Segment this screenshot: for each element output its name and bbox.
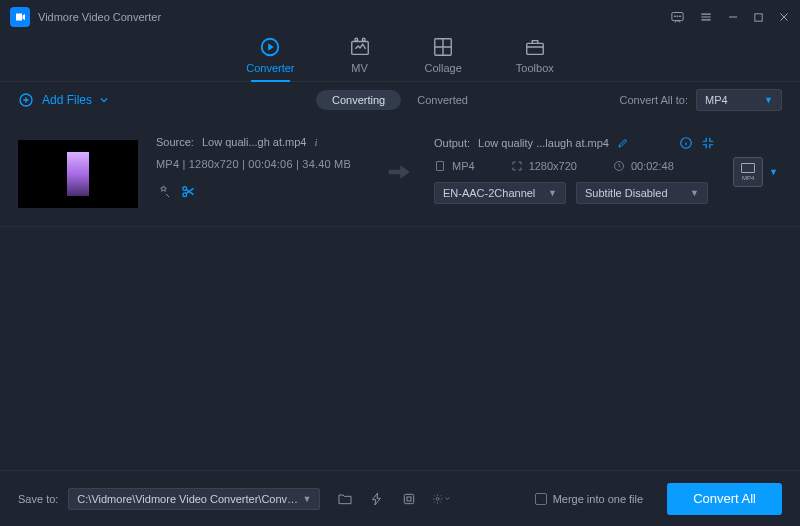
info-icon[interactable]: i [315,136,318,148]
main-tabs: Converter MV Collage Toolbox [0,34,800,82]
svg-point-7 [354,38,357,41]
audio-track-value: EN-AAC-2Channel [443,187,535,199]
svg-rect-15 [437,162,444,171]
window-controls [670,10,790,25]
convert-all-value: MP4 [705,94,728,106]
star-wand-icon[interactable] [156,184,171,199]
subtitle-value: Subtitle Disabled [585,187,668,199]
close-button[interactable] [778,11,790,23]
svg-rect-4 [755,13,762,20]
svg-point-1 [675,15,676,16]
tab-label: Toolbox [516,62,554,74]
convert-all-button[interactable]: Convert All [667,483,782,515]
svg-rect-10 [527,43,544,54]
compress-icon[interactable] [701,136,715,150]
chevron-down-icon: ▼ [690,188,699,198]
expand-icon [511,160,523,172]
collage-icon [432,36,454,58]
source-meta: MP4 | 1280x720 | 00:04:06 | 34.40 MB [156,158,362,170]
subtab-converted[interactable]: Converted [401,90,484,110]
video-thumbnail[interactable] [18,140,138,208]
chevron-down-icon: ▼ [548,188,557,198]
arrow-icon [380,158,416,186]
thumbnail-image [67,152,89,196]
merge-checkbox[interactable]: Merge into one file [535,493,644,505]
convert-all-label: Convert All to: [620,94,688,106]
source-filename: Low quali...gh at.mp4 [202,136,307,148]
subtab-converting[interactable]: Converting [316,90,401,110]
tab-mv[interactable]: MV [349,34,371,82]
subtitle-dropdown[interactable]: Subtitle Disabled ▼ [576,182,708,204]
clock-icon [613,160,625,172]
status-tabs: Converting Converted [316,90,484,110]
edit-icon[interactable] [617,137,629,149]
svg-point-19 [437,497,440,500]
save-path-value: C:\Vidmore\Vidmore Video Converter\Conve… [77,493,302,505]
svg-point-8 [362,38,365,41]
chevron-down-icon[interactable]: ▼ [769,167,778,177]
merge-label: Merge into one file [553,493,644,505]
file-item: Source: Low quali...gh at.mp4 i MP4 | 12… [0,118,800,227]
minimize-button[interactable] [727,11,739,23]
svg-point-3 [680,15,681,16]
bolt-off-icon[interactable] [368,490,386,508]
feedback-icon[interactable] [670,10,685,25]
mv-icon [349,36,371,58]
app-logo-icon [10,7,30,27]
output-meta: MP4 1280x720 00:02:48 [434,160,715,172]
file-icon [434,160,446,172]
format-selector: MP4 ▼ [733,157,782,187]
save-path-dropdown[interactable]: C:\Vidmore\Vidmore Video Converter\Conve… [68,488,320,510]
file-list: Source: Low quali...gh at.mp4 i MP4 | 12… [0,118,800,470]
format-box-label: MP4 [742,175,754,181]
info-circle-icon[interactable] [679,136,693,150]
chevron-down-icon: ▼ [302,494,311,504]
video-glyph-icon [741,163,755,173]
output-filename: Low quality ...laugh at.mp4 [478,137,609,149]
open-folder-icon[interactable] [336,490,354,508]
app-title: Vidmore Video Converter [38,11,670,23]
maximize-button[interactable] [753,12,764,23]
tab-label: MV [351,62,368,74]
convert-all-dropdown[interactable]: MP4 ▼ [696,89,782,111]
chevron-down-icon: ▼ [764,95,773,105]
plus-circle-icon [18,92,34,108]
save-to-label: Save to: [18,493,58,505]
format-box[interactable]: MP4 [733,157,763,187]
scissors-icon[interactable] [181,184,196,199]
tab-toolbox[interactable]: Toolbox [516,34,554,82]
source-label: Source: [156,136,194,148]
audio-track-dropdown[interactable]: EN-AAC-2Channel ▼ [434,182,566,204]
add-files-button[interactable]: Add Files [18,92,108,108]
svg-point-2 [677,15,678,16]
toolbox-icon [524,36,546,58]
output-label: Output: [434,137,470,149]
titlebar: Vidmore Video Converter [0,0,800,34]
chevron-down-icon [100,96,108,104]
gpu-off-icon[interactable] [400,490,418,508]
tab-collage[interactable]: Collage [425,34,462,82]
convert-all-to: Convert All to: MP4 ▼ [620,89,782,111]
toolbar: Add Files Converting Converted Convert A… [0,82,800,118]
menu-icon[interactable] [699,10,713,24]
svg-rect-18 [407,497,411,501]
source-column: Source: Low quali...gh at.mp4 i MP4 | 12… [156,136,362,199]
svg-rect-17 [405,494,414,503]
converter-icon [259,36,281,58]
add-files-label: Add Files [42,93,92,107]
tab-converter[interactable]: Converter [246,34,294,82]
svg-point-13 [183,193,187,197]
tab-label: Converter [246,62,294,74]
footer: Save to: C:\Vidmore\Vidmore Video Conver… [0,470,800,526]
gear-icon[interactable] [432,490,450,508]
tab-label: Collage [425,62,462,74]
output-column: Output: Low quality ...laugh at.mp4 MP4 … [434,136,715,204]
svg-point-12 [183,187,187,191]
checkbox-icon [535,493,547,505]
